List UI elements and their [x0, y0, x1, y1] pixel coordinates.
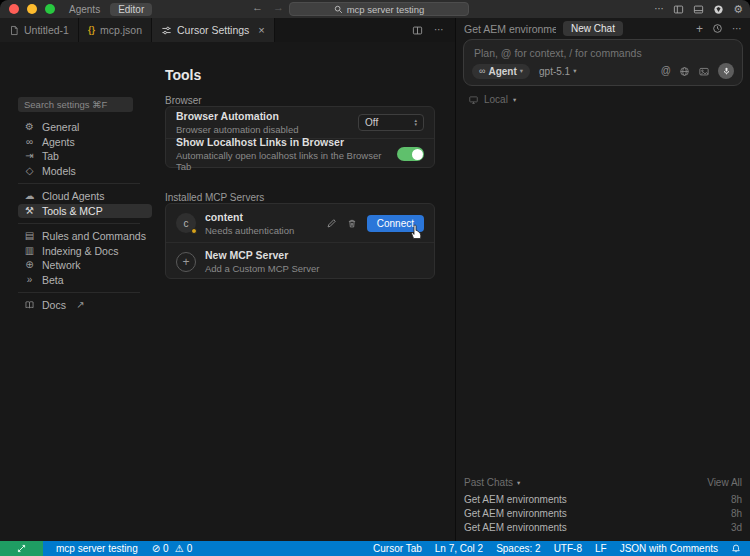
- past-chat-item[interactable]: Get AEM environments 8h: [464, 492, 742, 506]
- statusbar-eol[interactable]: LF: [595, 543, 607, 554]
- forward-arrow-icon[interactable]: →: [273, 2, 284, 13]
- delete-trash-icon[interactable]: [347, 218, 357, 229]
- model-dropdown[interactable]: gpt-5.1 ▾: [539, 66, 576, 77]
- settings-gear-icon[interactable]: ⚙: [733, 4, 743, 15]
- sidebar-item-indexing-docs[interactable]: ▥ Indexing & Docs: [18, 244, 152, 259]
- setting-subtitle: Browser automation disabled: [176, 124, 358, 135]
- warning-icon: ⚠: [175, 544, 184, 554]
- sidebar-item-beta[interactable]: » Beta: [18, 273, 152, 288]
- window-controls: [9, 4, 55, 14]
- tab-mcp-json[interactable]: {} mcp.json: [79, 18, 152, 42]
- past-chat-item[interactable]: Get AEM environments 8h: [464, 506, 742, 520]
- statusbar-spaces[interactable]: Spaces: 2: [496, 543, 540, 554]
- mcp-server-row-new[interactable]: + New MCP Server Add a Custom MCP Server: [166, 242, 434, 280]
- past-chat-item[interactable]: Get AEM environments 3d: [464, 520, 742, 534]
- sidebar-item-cloud-agents[interactable]: ☁ Cloud Agents: [18, 189, 152, 204]
- chevron-down-icon: ▾: [517, 479, 520, 487]
- chevron-down-icon: ▾: [573, 67, 576, 75]
- minimize-window-button[interactable]: [27, 4, 37, 14]
- browser-settings-card: Browser Automation Browser automation di…: [165, 106, 435, 168]
- settings-search-input[interactable]: [18, 97, 133, 112]
- past-chat-title: Get AEM environments: [464, 522, 567, 533]
- sidebar-item-rules-commands[interactable]: ▤ Rules and Commands: [18, 229, 152, 244]
- book-icon: [24, 300, 35, 310]
- chat-more-icon[interactable]: ⋯: [732, 24, 742, 34]
- statusbar-cursor-tab[interactable]: Cursor Tab: [373, 543, 422, 554]
- past-chat-title: Get AEM environments: [464, 508, 567, 519]
- sidebar-item-tools-mcp[interactable]: ⚒ Tools & MCP: [18, 204, 152, 219]
- command-center-search[interactable]: mcp server testing: [289, 2, 469, 16]
- error-icon: ⊘: [152, 544, 160, 554]
- file-icon: [9, 25, 19, 36]
- agent-label: Agent: [488, 66, 516, 77]
- close-window-button[interactable]: [9, 4, 19, 14]
- chat-input-placeholder: Plan, @ for context, / for commands: [464, 40, 742, 59]
- sidebar-item-label: Agents: [42, 136, 75, 148]
- sidebar-item-docs[interactable]: Docs ↗: [18, 298, 152, 313]
- mcp-server-row-content: c content Needs authentication: [166, 204, 434, 242]
- layout-sidebar-icon[interactable]: [673, 4, 684, 15]
- tab-label: mcp.json: [100, 24, 142, 36]
- context-local-dropdown[interactable]: Local ▾: [468, 94, 516, 105]
- split-editor-icon[interactable]: [412, 25, 423, 36]
- sidebar-item-label: General: [42, 121, 79, 133]
- sidebar-item-models[interactable]: ◇ Models: [18, 164, 152, 179]
- back-arrow-icon[interactable]: ←: [252, 2, 263, 13]
- sidebar-item-label: Indexing & Docs: [42, 245, 118, 257]
- statusbar-encoding[interactable]: UTF-8: [554, 543, 582, 554]
- json-braces-icon: {}: [88, 26, 95, 35]
- statusbar-language-mode[interactable]: JSON with Comments: [620, 543, 718, 554]
- browser-automation-select[interactable]: Off ▴▾: [358, 114, 424, 131]
- tab-label: Cursor Settings: [177, 24, 249, 36]
- more-actions-icon[interactable]: ⋯: [434, 25, 444, 35]
- section-label-mcp-servers: Installed MCP Servers: [165, 192, 264, 203]
- voice-mic-button[interactable]: [718, 63, 734, 79]
- new-tab-plus-icon[interactable]: +: [696, 23, 703, 35]
- notifications-bell-icon[interactable]: [731, 543, 741, 554]
- new-server-subtitle: Add a Custom MCP Server: [205, 263, 424, 274]
- statusbar-line-col[interactable]: Ln 7, Col 2: [435, 543, 483, 554]
- chat-panel: Get AEM environments New Chat + ⋯ Plan, …: [455, 18, 750, 541]
- past-chats-title[interactable]: Past Chats: [464, 477, 513, 488]
- divider: [18, 292, 140, 293]
- statusbar: mcp server testing ⊘0 ⚠0 Cursor Tab Ln 7…: [0, 541, 750, 556]
- sidebar-item-label: Network: [42, 259, 81, 271]
- account-icon[interactable]: [713, 4, 724, 15]
- tab-untitled-1[interactable]: Untitled-1: [0, 18, 79, 42]
- agent-mode-dropdown[interactable]: ∞ Agent ▾: [472, 64, 530, 79]
- localhost-links-toggle[interactable]: [397, 147, 424, 161]
- sidebar-item-general[interactable]: ⚙ General: [18, 120, 152, 135]
- close-tab-icon[interactable]: ×: [258, 24, 264, 36]
- needs-auth-status-dot: [191, 228, 197, 234]
- agents-menu-label[interactable]: Agents: [69, 4, 100, 15]
- avatar-letter: c: [184, 218, 189, 229]
- chat-header: Get AEM environments New Chat + ⋯: [456, 18, 750, 39]
- history-clock-icon[interactable]: [712, 23, 723, 34]
- web-globe-icon[interactable]: [679, 66, 690, 77]
- zoom-window-button[interactable]: [45, 4, 55, 14]
- chat-input-box[interactable]: Plan, @ for context, / for commands ∞ Ag…: [463, 39, 743, 86]
- setting-row-browser-automation: Browser Automation Browser automation di…: [166, 107, 434, 138]
- mention-at-icon[interactable]: @: [661, 66, 671, 76]
- problems-indicator[interactable]: ⊘0 ⚠0: [152, 543, 192, 554]
- plus-circle-icon: +: [176, 252, 196, 272]
- tab-cursor-settings[interactable]: Cursor Settings ×: [152, 18, 275, 42]
- more-icon[interactable]: ⋯: [654, 4, 664, 14]
- sidebar-item-network[interactable]: ⊕ Network: [18, 258, 152, 273]
- editor-toggle-button[interactable]: Editor: [110, 3, 152, 16]
- layout-panel-icon[interactable]: [693, 4, 704, 15]
- new-server-title: New MCP Server: [205, 249, 424, 261]
- image-icon[interactable]: [698, 66, 710, 77]
- new-chat-button[interactable]: New Chat: [563, 21, 623, 36]
- sidebar-item-tab[interactable]: ⇥ Tab: [18, 149, 152, 164]
- edit-pencil-icon[interactable]: [326, 218, 337, 229]
- remote-indicator[interactable]: [0, 541, 43, 556]
- connect-button[interactable]: Connect: [367, 215, 424, 232]
- titlebar: Agents Editor ← → mcp server testing ⋯ ⚙: [0, 0, 750, 18]
- view-all-link[interactable]: View All: [707, 477, 742, 488]
- setting-title: Show Localhost Links in Browser: [176, 136, 397, 148]
- branch-label[interactable]: mcp server testing: [56, 543, 138, 554]
- sidebar-item-agents[interactable]: ∞ Agents: [18, 135, 152, 150]
- chat-title: Get AEM environments: [464, 23, 556, 35]
- context-label: Local: [484, 94, 508, 105]
